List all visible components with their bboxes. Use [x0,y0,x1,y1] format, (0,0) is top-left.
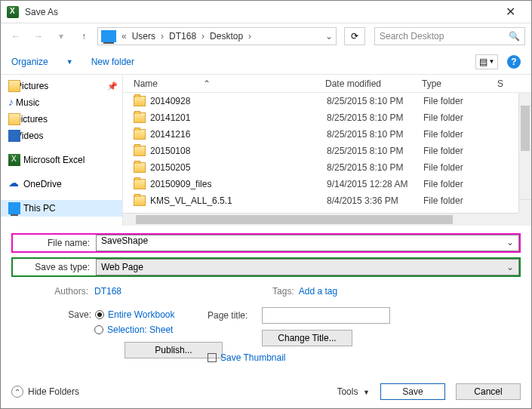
sidebar-item-onedrive[interactable]: ☁ OneDrive [1,176,122,192]
save-thumbnail-label[interactable]: Save Thumbnail [220,352,286,363]
file-date: 9/14/2015 12:28 AM [327,179,423,189]
column-type[interactable]: Type [422,78,497,89]
sidebar-item-music[interactable]: ♪ Music [1,94,122,111]
file-row[interactable]: 201501088/25/2015 8:10 PMFile folder [123,143,518,159]
file-name: 20150909_files [150,179,327,189]
column-date[interactable]: Date modified [325,78,422,89]
pc-icon [8,202,20,214]
option-entire-workbook[interactable]: Entire Workbook [108,309,174,320]
sidebar-item-this-pc[interactable]: This PC [1,200,122,217]
breadcrumb[interactable]: « Users › DT168 › Desktop › ⌄ [97,27,337,45]
column-size[interactable]: S [497,78,503,89]
page-title-label: Page title: [208,310,262,321]
file-type: File folder [423,179,499,189]
authors-value[interactable]: DT168 [94,286,121,297]
cancel-button[interactable]: Cancel [456,383,521,400]
view-mode-button[interactable]: ▤▼ [475,54,498,69]
hide-folders-button[interactable]: ⌃ Hide Folders [11,386,79,398]
file-type: File folder [423,146,499,156]
file-date: 8/25/2015 8:10 PM [327,162,423,173]
search-placeholder: Search Desktop [380,31,509,42]
page-title-input[interactable] [262,307,390,324]
file-row[interactable]: KMS_VL_ALL_6.5.18/4/2015 3:36 PMFile fol… [123,192,518,209]
new-folder-button[interactable]: New folder [91,57,134,67]
sidebar-item-pictures[interactable]: Pictures 📌 [1,78,122,94]
folder-icon [134,96,146,106]
pin-icon: 📌 [107,81,118,91]
column-name[interactable]: Name⌃ [134,78,325,89]
sidebar-item-label: Pictures [16,81,48,91]
save-type-label: Save as type: [13,262,96,272]
file-row[interactable]: 201409288/25/2015 8:10 PMFile folder [123,93,518,109]
refresh-button[interactable]: ⟳ [344,27,365,45]
file-type: File folder [423,96,499,106]
sidebar-item-videos[interactable]: Videos [1,128,122,144]
help-icon[interactable]: ? [507,55,521,69]
folder-icon [134,146,146,156]
sort-caret-icon: ⌃ [203,78,211,89]
sidebar-item-excel[interactable]: Microsoft Excel [1,152,122,168]
close-icon[interactable]: ✕ [495,5,525,19]
filename-label: File name: [13,238,96,248]
file-row[interactable]: 201412168/25/2015 8:10 PMFile folder [123,126,518,143]
save-button[interactable]: Save [380,383,445,400]
save-scope-label: Save: [61,309,91,320]
chevron-down-icon[interactable]: ⌄ [322,31,336,42]
folder-icon [134,162,146,173]
breadcrumb-item[interactable]: Desktop [207,31,246,42]
file-date: 8/25/2015 8:10 PM [327,96,423,106]
file-row[interactable]: 20150909_files9/14/2015 12:28 AMFile fol… [123,176,518,192]
chevron-down-icon: ⌄ [506,262,514,272]
file-type: File folder [423,195,499,206]
radio-selection-sheet[interactable] [94,325,103,334]
recent-dropdown[interactable]: ▾ [52,27,70,45]
chevron-down-icon[interactable]: ▼ [66,58,73,66]
up-button[interactable]: ↑ [75,27,93,45]
organize-menu[interactable]: Organize [11,57,48,67]
videos-icon [8,130,20,142]
back-button[interactable]: ← [7,27,25,45]
save-thumbnail-checkbox[interactable] [208,353,217,362]
search-icon: 🔍 [509,31,520,42]
file-date: 8/25/2015 8:10 PM [327,146,423,156]
file-name: 20141216 [150,129,327,140]
chevron-right-icon: › [246,31,254,42]
option-selection-sheet[interactable]: Selection: Sheet [107,324,173,335]
search-input[interactable]: Search Desktop 🔍 [374,27,525,45]
hide-folders-label: Hide Folders [28,386,79,397]
sidebar-item-label: This PC [23,203,56,214]
file-name: 20140928 [150,96,327,106]
excel-app-icon [7,6,19,18]
file-name: KMS_VL_ALL_6.5.1 [150,195,327,206]
vertical-scrollbar[interactable] [518,93,531,213]
sidebar-item-pictures-lower[interactable]: pictures [1,111,122,128]
breadcrumb-item[interactable]: DT168 [166,31,199,42]
forward-button[interactable]: → [29,27,48,45]
filename-input[interactable]: SaveShape ⌄ [96,235,519,251]
file-date: 8/25/2015 8:10 PM [327,129,423,140]
file-type: File folder [423,129,499,140]
radio-entire-workbook[interactable] [95,310,104,319]
save-type-select[interactable]: Web Page ⌄ [96,259,519,275]
save-type-value: Web Page [101,262,143,272]
folder-icon [134,195,146,206]
tags-value[interactable]: Add a tag [299,286,337,297]
folder-icon [134,179,146,189]
chevron-down-icon[interactable]: ⌄ [506,235,514,249]
file-row[interactable]: 201412018/25/2015 8:10 PMFile folder [123,109,518,126]
navigation-pane: Pictures 📌 ♪ Music pictures Videos Micro… [1,75,123,226]
chevron-up-icon: ⌃ [11,386,23,398]
horizontal-scrollbar[interactable] [123,213,518,226]
file-type: File folder [423,112,499,123]
sidebar-item-label: pictures [16,114,48,125]
pc-icon [101,30,116,42]
music-icon: ♪ [8,97,20,109]
file-type: File folder [423,162,499,173]
tools-menu[interactable]: Tools ▼ [337,386,370,397]
change-title-button[interactable]: Change Title... [262,330,352,346]
folder-icon [134,112,146,123]
breadcrumb-item[interactable]: Users [129,31,158,42]
file-row[interactable]: 201502058/25/2015 8:10 PMFile folder [123,159,518,176]
file-date: 8/25/2015 8:10 PM [327,112,423,123]
excel-icon [8,154,20,166]
